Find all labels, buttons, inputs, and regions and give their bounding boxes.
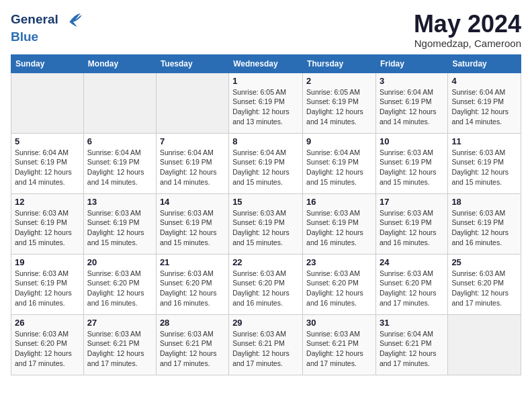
calendar-cell: 15Sunrise: 6:03 AM Sunset: 6:19 PM Dayli… [229,193,303,254]
day-info: Sunrise: 6:05 AM Sunset: 6:19 PM Dayligh… [306,87,372,127]
day-info: Sunrise: 6:03 AM Sunset: 6:20 PM Dayligh… [15,329,80,369]
calendar-cell: 5Sunrise: 6:04 AM Sunset: 6:19 PM Daylig… [11,133,84,193]
calendar-table: SundayMondayTuesdayWednesdayThursdayFrid… [11,54,521,375]
calendar-cell: 13Sunrise: 6:03 AM Sunset: 6:19 PM Dayli… [83,193,156,254]
calendar-cell [11,73,84,133]
calendar-week-1: 1Sunrise: 6:05 AM Sunset: 6:19 PM Daylig… [11,73,521,133]
day-info: Sunrise: 6:03 AM Sunset: 6:20 PM Dayligh… [306,269,372,308]
day-info: Sunrise: 6:03 AM Sunset: 6:21 PM Dayligh… [87,329,152,369]
calendar-cell: 2Sunrise: 6:05 AM Sunset: 6:19 PM Daylig… [303,73,376,133]
day-number: 13 [87,197,152,207]
calendar-cell [156,73,228,133]
day-info: Sunrise: 6:04 AM Sunset: 6:19 PM Dayligh… [451,87,517,127]
day-number: 24 [380,257,444,267]
day-info: Sunrise: 6:03 AM Sunset: 6:19 PM Dayligh… [306,208,372,248]
day-info: Sunrise: 6:04 AM Sunset: 6:21 PM Dayligh… [380,329,444,369]
day-number: 9 [306,136,372,146]
day-number: 25 [451,257,517,267]
day-number: 15 [232,197,299,207]
title-block: May 2024 Ngomedzap, Cameroon [414,11,521,49]
day-info: Sunrise: 6:03 AM Sunset: 6:19 PM Dayligh… [87,208,152,248]
day-info: Sunrise: 6:03 AM Sunset: 6:19 PM Dayligh… [160,208,225,248]
day-info: Sunrise: 6:03 AM Sunset: 6:19 PM Dayligh… [380,148,444,187]
calendar-cell: 30Sunrise: 6:03 AM Sunset: 6:21 PM Dayli… [303,314,376,375]
calendar-cell: 9Sunrise: 6:04 AM Sunset: 6:19 PM Daylig… [303,133,376,193]
calendar-cell: 25Sunrise: 6:03 AM Sunset: 6:20 PM Dayli… [448,254,521,314]
calendar-cell: 14Sunrise: 6:03 AM Sunset: 6:19 PM Dayli… [156,193,228,254]
calendar-cell: 18Sunrise: 6:03 AM Sunset: 6:19 PM Dayli… [448,193,521,254]
calendar-cell: 11Sunrise: 6:03 AM Sunset: 6:19 PM Dayli… [448,133,521,193]
calendar-header: SundayMondayTuesdayWednesdayThursdayFrid… [11,54,521,73]
calendar-cell: 22Sunrise: 6:03 AM Sunset: 6:20 PM Dayli… [229,254,303,314]
day-number: 1 [232,76,299,86]
day-number: 16 [306,197,372,207]
calendar-cell: 10Sunrise: 6:03 AM Sunset: 6:19 PM Dayli… [375,133,447,193]
day-info: Sunrise: 6:03 AM Sunset: 6:19 PM Dayligh… [15,269,80,308]
calendar-cell: 23Sunrise: 6:03 AM Sunset: 6:20 PM Dayli… [303,254,376,314]
day-number: 21 [160,257,225,267]
calendar-cell: 1Sunrise: 6:05 AM Sunset: 6:19 PM Daylig… [229,73,303,133]
day-info: Sunrise: 6:03 AM Sunset: 6:19 PM Dayligh… [451,208,517,248]
calendar-week-2: 5Sunrise: 6:04 AM Sunset: 6:19 PM Daylig… [11,133,521,193]
page-header: General Blue May 2024 Ngomedzap, Cameroo… [11,11,521,49]
day-number: 7 [160,136,225,146]
calendar-cell [83,73,156,133]
day-number: 17 [380,197,444,207]
day-number: 30 [306,318,372,328]
day-number: 6 [87,136,152,146]
weekday-header-friday: Friday [375,54,447,73]
calendar-cell: 19Sunrise: 6:03 AM Sunset: 6:19 PM Dayli… [11,254,84,314]
calendar-cell: 6Sunrise: 6:04 AM Sunset: 6:19 PM Daylig… [83,133,156,193]
weekday-header-thursday: Thursday [303,54,376,73]
day-number: 2 [306,76,372,86]
calendar-cell: 17Sunrise: 6:03 AM Sunset: 6:19 PM Dayli… [375,193,447,254]
day-info: Sunrise: 6:03 AM Sunset: 6:19 PM Dayligh… [15,208,80,248]
day-info: Sunrise: 6:04 AM Sunset: 6:19 PM Dayligh… [306,148,372,187]
logo: General Blue [11,11,82,44]
day-number: 28 [160,318,225,328]
day-info: Sunrise: 6:03 AM Sunset: 6:19 PM Dayligh… [380,208,444,248]
calendar-cell: 24Sunrise: 6:03 AM Sunset: 6:20 PM Dayli… [375,254,447,314]
calendar-cell: 28Sunrise: 6:03 AM Sunset: 6:21 PM Dayli… [156,314,228,375]
logo-blue: Blue [11,30,82,44]
month-title: May 2024 [414,11,521,38]
day-info: Sunrise: 6:04 AM Sunset: 6:19 PM Dayligh… [232,148,299,187]
calendar-week-5: 26Sunrise: 6:03 AM Sunset: 6:20 PM Dayli… [11,314,521,375]
day-number: 26 [15,318,80,328]
calendar-cell: 29Sunrise: 6:03 AM Sunset: 6:21 PM Dayli… [229,314,303,375]
day-info: Sunrise: 6:03 AM Sunset: 6:20 PM Dayligh… [451,269,517,308]
day-number: 12 [15,197,80,207]
calendar-cell: 31Sunrise: 6:04 AM Sunset: 6:21 PM Dayli… [375,314,447,375]
day-number: 23 [306,257,372,267]
day-number: 18 [451,197,517,207]
day-info: Sunrise: 6:03 AM Sunset: 6:21 PM Dayligh… [160,329,225,369]
calendar-cell: 21Sunrise: 6:03 AM Sunset: 6:20 PM Dayli… [156,254,228,314]
weekday-header-monday: Monday [83,54,156,73]
day-info: Sunrise: 6:03 AM Sunset: 6:20 PM Dayligh… [232,269,299,308]
day-number: 27 [87,318,152,328]
day-info: Sunrise: 6:03 AM Sunset: 6:21 PM Dayligh… [232,329,299,369]
day-info: Sunrise: 6:04 AM Sunset: 6:19 PM Dayligh… [160,148,225,187]
day-number: 5 [15,136,80,146]
weekday-header-tuesday: Tuesday [156,54,228,73]
calendar-cell [448,314,521,375]
calendar-cell: 26Sunrise: 6:03 AM Sunset: 6:20 PM Dayli… [11,314,84,375]
day-number: 31 [380,318,444,328]
day-info: Sunrise: 6:04 AM Sunset: 6:19 PM Dayligh… [87,148,152,187]
location: Ngomedzap, Cameroon [414,38,521,49]
day-info: Sunrise: 6:05 AM Sunset: 6:19 PM Dayligh… [232,87,299,127]
day-number: 14 [160,197,225,207]
day-number: 22 [232,257,299,267]
weekday-header-wednesday: Wednesday [229,54,303,73]
day-info: Sunrise: 6:03 AM Sunset: 6:20 PM Dayligh… [87,269,152,308]
day-number: 10 [380,136,444,146]
day-info: Sunrise: 6:04 AM Sunset: 6:19 PM Dayligh… [15,148,80,187]
calendar-cell: 12Sunrise: 6:03 AM Sunset: 6:19 PM Dayli… [11,193,84,254]
weekday-header-row: SundayMondayTuesdayWednesdayThursdayFrid… [11,54,521,73]
day-number: 4 [451,76,517,86]
calendar-cell: 8Sunrise: 6:04 AM Sunset: 6:19 PM Daylig… [229,133,303,193]
weekday-header-saturday: Saturday [448,54,521,73]
calendar-week-4: 19Sunrise: 6:03 AM Sunset: 6:19 PM Dayli… [11,254,521,314]
day-number: 19 [15,257,80,267]
day-info: Sunrise: 6:03 AM Sunset: 6:20 PM Dayligh… [380,269,444,308]
